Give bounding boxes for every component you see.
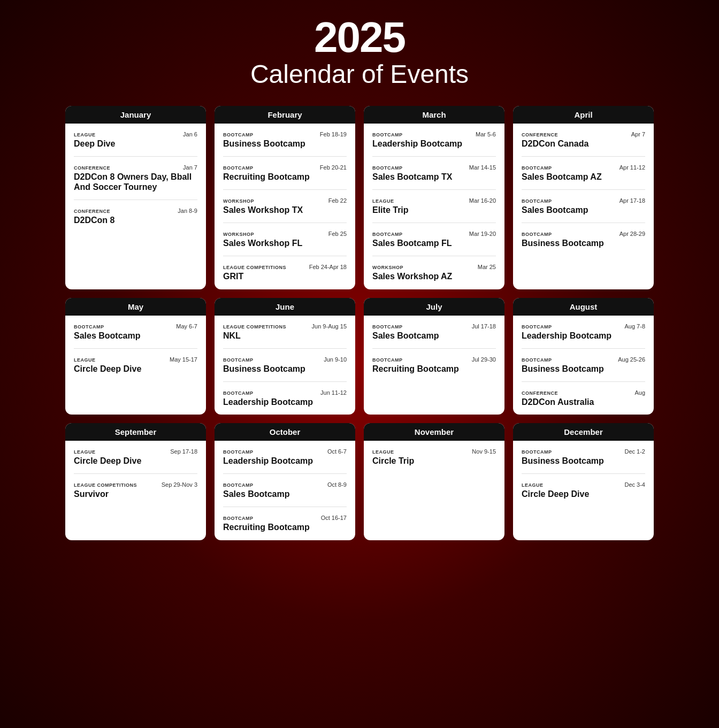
event-date: Dec 3-4 <box>624 481 645 488</box>
header: 2025 Calendar of Events <box>11 16 708 90</box>
month-card-december: DecemberBOOTCAMPDec 1-2Business Bootcamp… <box>513 423 654 540</box>
event-date: Dec 1-2 <box>624 448 645 455</box>
event-date: Feb 22 <box>328 197 347 204</box>
event-item: CONFERENCEApr 7D2DCon Canada <box>522 131 645 157</box>
event-date: Jun 9-10 <box>324 356 347 363</box>
event-type: BOOTCAMP <box>372 232 403 237</box>
event-item: BOOTCAMPFeb 20-21Recruiting Bootcamp <box>223 164 347 190</box>
event-date: Mar 14-15 <box>469 164 496 171</box>
event-type: BOOTCAMP <box>223 132 254 137</box>
month-header-december: December <box>513 423 654 441</box>
event-title: Sales Workshop FL <box>223 238 347 248</box>
month-header-april: April <box>513 106 654 124</box>
event-date: Aug <box>634 389 645 396</box>
event-type: BOOTCAMP <box>223 357 254 363</box>
month-header-november: November <box>364 423 504 441</box>
event-type: BOOTCAMP <box>223 449 254 455</box>
event-item: LEAGUEMay 15-17Circle Deep Dive <box>74 356 197 374</box>
event-date: Oct 6-7 <box>327 448 347 455</box>
event-item: LEAGUE COMPETITIONSFeb 24-Apr 18GRIT <box>223 264 347 281</box>
month-card-november: NovemberLEAGUENov 9-15Circle Trip <box>364 423 504 540</box>
event-type: BOOTCAMP <box>522 324 552 329</box>
month-body-october: BOOTCAMPOct 6-7Leadership BootcampBOOTCA… <box>215 441 355 540</box>
event-type: WORKSHOP <box>223 232 254 237</box>
event-title: Circle Deep Dive <box>74 456 197 466</box>
event-date: May 15-17 <box>170 356 197 363</box>
event-item: LEAGUEDec 3-4Circle Deep Dive <box>522 481 645 499</box>
event-item: BOOTCAMPApr 28-29Business Bootcamp <box>522 231 645 248</box>
event-type: CONFERENCE <box>522 132 558 137</box>
month-card-february: FebruaryBOOTCAMPFeb 18-19Business Bootca… <box>215 106 355 289</box>
event-title: Recruiting Bootcamp <box>223 172 347 182</box>
event-type: BOOTCAMP <box>372 165 403 171</box>
event-item: CONFERENCEJan 7D2DCon 8 Owners Day, Bbal… <box>74 164 197 200</box>
month-card-april: AprilCONFERENCEApr 7D2DCon CanadaBOOTCAM… <box>513 106 654 289</box>
event-date: Jun 11-12 <box>320 389 347 396</box>
event-item: WORKSHOPMar 25Sales Workshop AZ <box>372 264 496 281</box>
event-date: Sep 29-Nov 3 <box>162 481 197 488</box>
month-card-july: JulyBOOTCAMPJul 17-18Sales BootcampBOOTC… <box>364 298 504 415</box>
event-item: BOOTCAMPMar 19-20Sales Bootcamp FL <box>372 231 496 256</box>
month-card-may: MayBOOTCAMPMay 6-7Sales BootcampLEAGUEMa… <box>65 298 206 415</box>
event-date: Jan 7 <box>183 164 197 171</box>
event-title: Survivor <box>74 489 197 499</box>
event-date: Feb 24-Apr 18 <box>309 264 347 270</box>
month-header-july: July <box>364 298 504 316</box>
event-item: BOOTCAMPMar 14-15Sales Bootcamp TX <box>372 164 496 190</box>
event-type: CONFERENCE <box>74 209 110 214</box>
event-title: Business Bootcamp <box>522 456 645 466</box>
event-type: BOOTCAMP <box>223 482 254 488</box>
month-header-january: January <box>65 106 206 124</box>
event-date: Jan 8-9 <box>178 208 197 214</box>
event-date: Oct 8-9 <box>327 481 347 488</box>
event-type: BOOTCAMP <box>372 324 403 329</box>
event-date: Aug 7-8 <box>624 323 645 329</box>
event-item: BOOTCAMPFeb 18-19Business Bootcamp <box>223 131 347 157</box>
event-item: BOOTCAMPMar 5-6Leadership Bootcamp <box>372 131 496 157</box>
event-date: Mar 16-20 <box>469 197 496 204</box>
event-item: LEAGUE COMPETITIONSJun 9-Aug 15NKL <box>223 323 347 349</box>
month-body-december: BOOTCAMPDec 1-2Business BootcampLEAGUEDe… <box>513 441 654 507</box>
event-type: BOOTCAMP <box>522 357 552 363</box>
event-type: BOOTCAMP <box>522 198 552 204</box>
event-title: GRIT <box>223 271 347 281</box>
event-type: CONFERENCE <box>522 390 558 396</box>
event-title: Leadership Bootcamp <box>223 456 347 466</box>
event-type: CONFERENCE <box>74 165 110 171</box>
event-type: LEAGUE COMPETITIONS <box>223 265 286 270</box>
month-body-june: LEAGUE COMPETITIONSJun 9-Aug 15NKLBOOTCA… <box>215 316 355 415</box>
event-title: D2DCon Canada <box>522 139 645 149</box>
event-type: BOOTCAMP <box>223 516 254 521</box>
page-subtitle: Calendar of Events <box>11 59 708 90</box>
month-body-january: LEAGUEJan 6Deep DiveCONFERENCEJan 7D2DCo… <box>65 124 206 233</box>
event-item: BOOTCAMPJul 17-18Sales Bootcamp <box>372 323 496 349</box>
month-body-july: BOOTCAMPJul 17-18Sales BootcampBOOTCAMPJ… <box>364 316 504 381</box>
event-type: BOOTCAMP <box>223 390 254 396</box>
event-title: Sales Workshop AZ <box>372 271 496 281</box>
month-card-august: AugustBOOTCAMPAug 7-8Leadership Bootcamp… <box>513 298 654 415</box>
event-title: Deep Dive <box>74 139 197 149</box>
month-header-may: May <box>65 298 206 316</box>
event-title: Business Bootcamp <box>522 238 645 248</box>
event-title: Sales Bootcamp <box>522 205 645 215</box>
event-date: Apr 7 <box>631 131 645 137</box>
month-header-august: August <box>513 298 654 316</box>
month-body-may: BOOTCAMPMay 6-7Sales BootcampLEAGUEMay 1… <box>65 316 206 381</box>
event-item: LEAGUEJan 6Deep Dive <box>74 131 197 157</box>
month-card-june: JuneLEAGUE COMPETITIONSJun 9-Aug 15NKLBO… <box>215 298 355 415</box>
event-item: BOOTCAMPOct 6-7Leadership Bootcamp <box>223 448 347 474</box>
month-card-march: MarchBOOTCAMPMar 5-6Leadership BootcampB… <box>364 106 504 289</box>
event-title: D2DCon 8 <box>74 215 197 225</box>
event-item: BOOTCAMPAug 7-8Leadership Bootcamp <box>522 323 645 349</box>
event-item: WORKSHOPFeb 25Sales Workshop FL <box>223 231 347 256</box>
year-title: 2025 <box>11 16 708 59</box>
event-item: BOOTCAMPOct 8-9Sales Bootcamp <box>223 481 347 507</box>
month-header-october: October <box>215 423 355 441</box>
event-date: Feb 20-21 <box>320 164 347 171</box>
event-title: Sales Bootcamp <box>74 331 197 341</box>
event-date: Sep 17-18 <box>170 448 197 455</box>
event-title: Business Bootcamp <box>223 139 347 149</box>
event-item: CONFERENCEAugD2DCon Australia <box>522 389 645 407</box>
event-date: Jul 17-18 <box>472 323 496 329</box>
event-title: Leadership Bootcamp <box>223 397 347 407</box>
